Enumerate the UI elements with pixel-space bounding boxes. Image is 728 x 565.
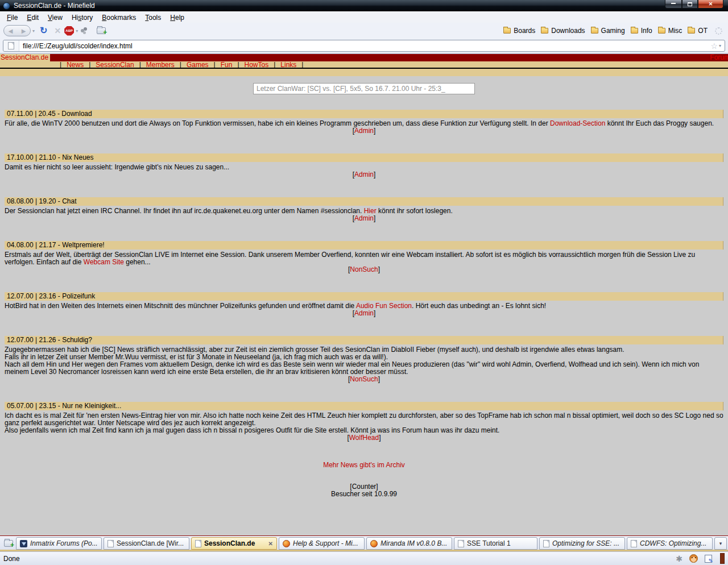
menu-help[interactable]: Help [166, 13, 189, 23]
tab[interactable]: CDWFS: Optimizing... [627, 537, 713, 550]
history-dropdown-icon[interactable]: ▾ [32, 28, 35, 34]
clanwar-ticker[interactable] [253, 83, 475, 94]
new-tab-button[interactable] [1, 537, 16, 550]
nav-link-links[interactable]: Links [280, 61, 296, 69]
bookmark-folder-downloads[interactable]: Downloads [538, 26, 588, 36]
tab[interactable]: Miranda IM v0.8.0 B... [366, 537, 452, 550]
news-title: 12.07.00 | 21.26 - Schuldig? [5, 336, 723, 344]
signature-link[interactable]: Admin [354, 214, 374, 222]
nav-link-howtos[interactable]: HowTos [245, 61, 269, 69]
greasemonkey-icon[interactable] [689, 554, 698, 563]
archive-link[interactable]: Mehr News gibt's im Archiv [0, 461, 728, 469]
menu-history[interactable]: History [67, 13, 97, 23]
tab-label: Help & Support - Mi... [293, 539, 361, 547]
news-text: Zugegebnermassen hab ich die [SC] News s… [5, 346, 701, 376]
app-globe-icon [3, 2, 10, 10]
bookmark-star-icon[interactable]: ☆ [710, 41, 718, 51]
notes-icon[interactable] [705, 555, 712, 563]
news-title: 12.07.00 | 23.16 - Polizeifunk [5, 292, 723, 301]
site-header-bar: Forum [50, 54, 728, 61]
news-link[interactable]: Download-Section [550, 119, 605, 127]
bug-icon[interactable]: ✱ [676, 555, 682, 563]
news-link[interactable]: Webcam Site [84, 258, 124, 266]
minimize-button[interactable] [665, 0, 682, 9]
news-link[interactable]: Audio Fun Section [356, 302, 412, 310]
signature-link[interactable]: Admin [354, 127, 374, 135]
folder-icon [658, 28, 665, 34]
signature-link[interactable]: WolfHead [349, 434, 379, 442]
news-item: 04.08.00 | 21.17 - Weltpremiere!Erstmals… [5, 241, 723, 273]
nav-link-games[interactable]: Games [187, 61, 209, 69]
close-button[interactable]: ✕ [698, 0, 723, 9]
tab-favicon-wrap [458, 540, 464, 547]
stop-button[interactable]: ✕ [54, 27, 61, 35]
back-forward-buttons[interactable]: ◀ ▶ [3, 25, 31, 36]
nav-separator: | [89, 61, 90, 69]
news-text: Der Sessionclan hat jetzt einen IRC Chan… [5, 207, 364, 215]
signature-link[interactable]: NonSuch [350, 265, 378, 273]
inmatrix-favicon [20, 540, 27, 547]
news-item: 05.07.00 | 23.15 - Nur ne Kleinigkeit...… [5, 402, 723, 442]
news-item: 12.07.00 | 23.16 - PolizeifunkHotBird ha… [5, 292, 723, 317]
window-controls: ✕ [665, 0, 723, 9]
tab-close-icon[interactable]: ✕ [268, 541, 273, 547]
news-text: Damit es hier nicht so leer aussieht: Ir… [5, 163, 229, 171]
page-favicon [631, 540, 637, 547]
new-tab-folder-icon[interactable] [97, 27, 106, 34]
menu-tools[interactable]: Tools [140, 13, 166, 23]
url-input[interactable] [19, 42, 710, 50]
nav-link-news[interactable]: News [67, 61, 84, 69]
news-item: 12.07.00 | 21.26 - Schuldig?Zugegebnerma… [5, 336, 723, 383]
tab-active[interactable]: SessionClan.de✕ [191, 537, 277, 550]
menu-view[interactable]: View [43, 13, 67, 23]
tab-list-dropdown-button[interactable]: ▾ [714, 537, 727, 550]
bookmark-folder-misc[interactable]: Misc [655, 26, 685, 36]
tab-favicon-wrap [631, 540, 637, 547]
nav-link-fun[interactable]: Fun [221, 61, 233, 69]
bookmark-folder-info[interactable]: Info [628, 26, 655, 36]
news-link[interactable]: Hier [364, 207, 377, 215]
tab[interactable]: Inmatrix Forums (Po... [16, 537, 102, 550]
extension-cluster-icon[interactable] [81, 29, 84, 32]
tab-favicon-wrap [370, 540, 378, 547]
signature-link[interactable]: Admin [354, 171, 374, 178]
maximize-icon [688, 2, 692, 6]
menu-bookmarks[interactable]: Bookmarks [97, 13, 140, 23]
maximize-button[interactable] [682, 0, 698, 9]
url-dropdown-icon[interactable]: ▾ [719, 43, 721, 48]
nav-link-sessionclan[interactable]: SessionClan [96, 61, 134, 69]
menubar: FileEditViewHistoryBookmarksToolsHelp [0, 11, 728, 23]
tab[interactable]: SessionClan.de [Wir... [104, 537, 189, 550]
page-favicon [458, 540, 464, 547]
news-text: könnt Ihr Euch das Proggy saugen. [605, 119, 714, 127]
bookmark-folder-ot[interactable]: OT [685, 26, 710, 36]
reload-button[interactable]: ↻ [40, 26, 47, 35]
urlbox[interactable]: ☆ ▾ [3, 40, 725, 52]
menu-edit[interactable]: Edit [22, 13, 43, 23]
news-text: Ich dacht es is mal Zeit für 'nen ersten… [5, 412, 725, 434]
bookmark-folder-gaming[interactable]: Gaming [588, 26, 628, 36]
nav-link-members[interactable]: Members [146, 61, 175, 69]
signature-link[interactable]: NonSuch [350, 375, 378, 383]
news-signature: [Admin] [5, 171, 723, 178]
adblock-dropdown-icon[interactable]: ▾ [76, 28, 78, 34]
forum-link[interactable]: Forum [710, 54, 728, 61]
tab-favicon-wrap [195, 540, 201, 547]
news-signature: [Admin] [5, 310, 723, 317]
bookmark-folder-boards[interactable]: Boards [500, 26, 538, 36]
urlbar-row: ☆ ▾ [0, 39, 728, 53]
news-text: . Hört euch das unbedingt an - Es lohnt … [412, 302, 546, 310]
menu-file[interactable]: File [2, 13, 22, 23]
adblock-plus-icon[interactable]: ABP [64, 26, 74, 36]
tab[interactable]: Help & Support - Mi... [279, 537, 365, 550]
signature-link[interactable]: Admin [354, 309, 374, 317]
tab[interactable]: Optimizing for SSE: ... [539, 537, 625, 550]
tab-favicon-wrap [20, 540, 27, 547]
tab-label: Inmatrix Forums (Po... [30, 539, 98, 547]
tab-bar: Inmatrix Forums (Po...SessionClan.de [Wi… [0, 535, 728, 551]
tab[interactable]: SSE Tutorial 1 [454, 537, 537, 550]
counter-caption: Besucher seit 10.9.99 [0, 491, 728, 498]
toolbar: ◀ ▶ ▾ ↻ ✕ ABP ▾ BoardsDownloadsGamingInf… [0, 23, 728, 39]
news-title: 07.11.00 | 20.45 - Download [5, 110, 723, 118]
nav-separator: | [237, 61, 239, 69]
